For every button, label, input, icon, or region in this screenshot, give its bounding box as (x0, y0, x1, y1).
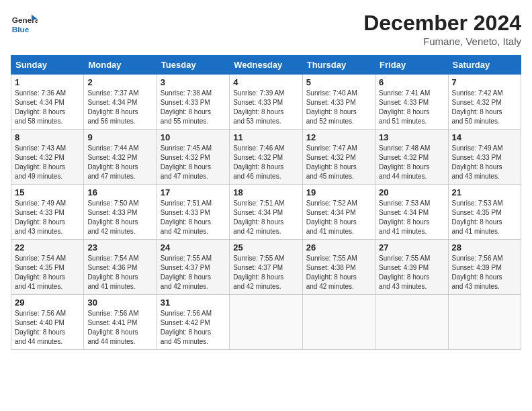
calendar-week-row: 22Sunrise: 7:54 AMSunset: 4:35 PMDayligh… (11, 240, 521, 295)
day-info: Sunrise: 7:41 AMSunset: 4:33 PMDaylight:… (379, 89, 444, 126)
day-number: 3 (161, 77, 226, 87)
calendar-cell: 16Sunrise: 7:50 AMSunset: 4:33 PMDayligh… (84, 185, 157, 240)
day-info: Sunrise: 7:52 AMSunset: 4:34 PMDaylight:… (306, 199, 371, 236)
calendar-cell: 21Sunrise: 7:53 AMSunset: 4:35 PMDayligh… (448, 185, 521, 240)
day-number: 2 (87, 77, 152, 87)
day-number: 18 (233, 187, 298, 197)
calendar-table: SundayMondayTuesdayWednesdayThursdayFrid… (11, 55, 521, 350)
day-number: 27 (379, 242, 444, 253)
day-number: 17 (161, 187, 226, 197)
calendar-header-row: SundayMondayTuesdayWednesdayThursdayFrid… (11, 56, 521, 75)
day-info: Sunrise: 7:40 AMSunset: 4:33 PMDaylight:… (306, 89, 371, 126)
day-info: Sunrise: 7:55 AMSunset: 4:39 PMDaylight:… (379, 254, 444, 291)
day-info: Sunrise: 7:44 AMSunset: 4:32 PMDaylight:… (87, 144, 152, 181)
calendar-cell: 3Sunrise: 7:38 AMSunset: 4:33 PMDaylight… (157, 75, 229, 130)
day-info: Sunrise: 7:45 AMSunset: 4:32 PMDaylight:… (161, 144, 226, 181)
day-info: Sunrise: 7:46 AMSunset: 4:32 PMDaylight:… (233, 144, 298, 181)
day-number: 31 (161, 298, 226, 308)
calendar-cell: 19Sunrise: 7:52 AMSunset: 4:34 PMDayligh… (302, 185, 375, 240)
day-info: Sunrise: 7:49 AMSunset: 4:33 PMDaylight:… (15, 199, 80, 236)
day-number: 28 (452, 242, 517, 253)
day-number: 7 (452, 77, 517, 87)
title-block: December 2024 Fumane, Veneto, Italy (363, 11, 521, 47)
day-info: Sunrise: 7:56 AMSunset: 4:40 PMDaylight:… (15, 309, 80, 347)
day-number: 4 (233, 77, 298, 87)
day-info: Sunrise: 7:47 AMSunset: 4:32 PMDaylight:… (306, 144, 371, 181)
page-header: General Blue December 2024 Fumane, Venet… (11, 11, 521, 47)
weekday-header: Monday (84, 56, 157, 75)
location-title: Fumane, Veneto, Italy (363, 36, 521, 47)
day-number: 6 (379, 77, 444, 87)
day-info: Sunrise: 7:55 AMSunset: 4:37 PMDaylight:… (233, 254, 298, 291)
calendar-cell: 2Sunrise: 7:37 AMSunset: 4:34 PMDaylight… (84, 75, 157, 130)
day-number: 24 (161, 242, 226, 253)
day-info: Sunrise: 7:51 AMSunset: 4:34 PMDaylight:… (233, 199, 298, 236)
weekday-header: Friday (375, 56, 448, 75)
day-info: Sunrise: 7:53 AMSunset: 4:34 PMDaylight:… (379, 199, 444, 236)
calendar-cell: 10Sunrise: 7:45 AMSunset: 4:32 PMDayligh… (157, 130, 229, 185)
calendar-cell (230, 295, 302, 350)
day-number: 22 (15, 242, 80, 253)
calendar-cell: 11Sunrise: 7:46 AMSunset: 4:32 PMDayligh… (230, 130, 302, 185)
day-info: Sunrise: 7:43 AMSunset: 4:32 PMDaylight:… (15, 144, 80, 181)
day-info: Sunrise: 7:49 AMSunset: 4:33 PMDaylight:… (452, 144, 517, 181)
day-info: Sunrise: 7:56 AMSunset: 4:42 PMDaylight:… (161, 309, 226, 347)
day-number: 8 (15, 132, 80, 142)
day-number: 13 (379, 132, 444, 142)
day-info: Sunrise: 7:50 AMSunset: 4:33 PMDaylight:… (87, 199, 152, 236)
day-info: Sunrise: 7:39 AMSunset: 4:33 PMDaylight:… (233, 89, 298, 126)
day-info: Sunrise: 7:48 AMSunset: 4:32 PMDaylight:… (379, 144, 444, 181)
day-info: Sunrise: 7:53 AMSunset: 4:35 PMDaylight:… (452, 199, 517, 236)
calendar-cell: 29Sunrise: 7:56 AMSunset: 4:40 PMDayligh… (11, 295, 84, 350)
calendar-cell: 18Sunrise: 7:51 AMSunset: 4:34 PMDayligh… (230, 185, 302, 240)
calendar-cell: 31Sunrise: 7:56 AMSunset: 4:42 PMDayligh… (157, 295, 229, 350)
month-title: December 2024 (363, 11, 521, 36)
day-info: Sunrise: 7:55 AMSunset: 4:37 PMDaylight:… (161, 254, 226, 291)
calendar-cell: 14Sunrise: 7:49 AMSunset: 4:33 PMDayligh… (448, 130, 521, 185)
day-number: 16 (87, 187, 152, 197)
calendar-cell: 8Sunrise: 7:43 AMSunset: 4:32 PMDaylight… (11, 130, 84, 185)
day-number: 5 (306, 77, 371, 87)
calendar-cell: 20Sunrise: 7:53 AMSunset: 4:34 PMDayligh… (375, 185, 448, 240)
day-number: 1 (15, 77, 80, 87)
calendar-week-row: 1Sunrise: 7:36 AMSunset: 4:34 PMDaylight… (11, 75, 521, 130)
calendar-week-row: 8Sunrise: 7:43 AMSunset: 4:32 PMDaylight… (11, 130, 521, 185)
calendar-cell: 17Sunrise: 7:51 AMSunset: 4:33 PMDayligh… (157, 185, 229, 240)
calendar-cell: 22Sunrise: 7:54 AMSunset: 4:35 PMDayligh… (11, 240, 84, 295)
calendar-cell (448, 295, 521, 350)
calendar-cell: 9Sunrise: 7:44 AMSunset: 4:32 PMDaylight… (84, 130, 157, 185)
day-number: 15 (15, 187, 80, 197)
day-info: Sunrise: 7:38 AMSunset: 4:33 PMDaylight:… (161, 89, 226, 126)
day-info: Sunrise: 7:56 AMSunset: 4:41 PMDaylight:… (87, 309, 152, 347)
calendar-cell: 5Sunrise: 7:40 AMSunset: 4:33 PMDaylight… (302, 75, 375, 130)
day-number: 9 (87, 132, 152, 142)
calendar-week-row: 29Sunrise: 7:56 AMSunset: 4:40 PMDayligh… (11, 295, 521, 350)
day-number: 19 (306, 187, 371, 197)
day-info: Sunrise: 7:54 AMSunset: 4:36 PMDaylight:… (87, 254, 152, 291)
weekday-header: Wednesday (230, 56, 302, 75)
calendar-cell: 23Sunrise: 7:54 AMSunset: 4:36 PMDayligh… (84, 240, 157, 295)
calendar-cell: 25Sunrise: 7:55 AMSunset: 4:37 PMDayligh… (230, 240, 302, 295)
day-info: Sunrise: 7:42 AMSunset: 4:32 PMDaylight:… (452, 89, 517, 126)
calendar-cell: 1Sunrise: 7:36 AMSunset: 4:34 PMDaylight… (11, 75, 84, 130)
calendar-cell: 28Sunrise: 7:56 AMSunset: 4:39 PMDayligh… (448, 240, 521, 295)
day-number: 29 (15, 298, 80, 308)
calendar-cell: 27Sunrise: 7:55 AMSunset: 4:39 PMDayligh… (375, 240, 448, 295)
calendar-cell: 13Sunrise: 7:48 AMSunset: 4:32 PMDayligh… (375, 130, 448, 185)
day-number: 14 (452, 132, 517, 142)
day-number: 21 (452, 187, 517, 197)
calendar-cell (302, 295, 375, 350)
day-info: Sunrise: 7:51 AMSunset: 4:33 PMDaylight:… (161, 199, 226, 236)
calendar-cell: 26Sunrise: 7:55 AMSunset: 4:38 PMDayligh… (302, 240, 375, 295)
day-number: 11 (233, 132, 298, 142)
weekday-header: Saturday (448, 56, 521, 75)
day-number: 23 (87, 242, 152, 253)
weekday-header: Thursday (302, 56, 375, 75)
calendar-cell: 6Sunrise: 7:41 AMSunset: 4:33 PMDaylight… (375, 75, 448, 130)
calendar-cell: 30Sunrise: 7:56 AMSunset: 4:41 PMDayligh… (84, 295, 157, 350)
day-number: 26 (306, 242, 371, 253)
calendar-cell: 12Sunrise: 7:47 AMSunset: 4:32 PMDayligh… (302, 130, 375, 185)
calendar-cell: 24Sunrise: 7:55 AMSunset: 4:37 PMDayligh… (157, 240, 229, 295)
day-info: Sunrise: 7:54 AMSunset: 4:35 PMDaylight:… (15, 254, 80, 291)
day-info: Sunrise: 7:55 AMSunset: 4:38 PMDaylight:… (306, 254, 371, 291)
